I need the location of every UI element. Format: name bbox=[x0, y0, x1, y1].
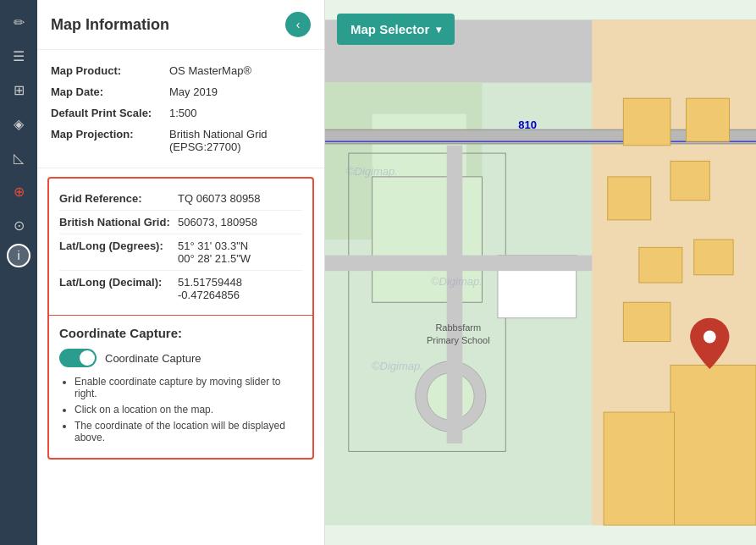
latlong-dec-row: Lat/Long (Decimal): 51.51759448 -0.47264… bbox=[59, 271, 302, 306]
coordinate-capture-toggle[interactable] bbox=[59, 349, 97, 367]
coord-section: Grid Reference: TQ 06073 80958 British N… bbox=[47, 177, 314, 315]
bng-row: British National Grid: 506073, 180958 bbox=[59, 211, 302, 234]
print-scale-value: 1:500 bbox=[169, 107, 311, 119]
map-product-label: Map Product: bbox=[51, 64, 169, 77]
pencil-icon[interactable]: ✏ bbox=[3, 7, 34, 37]
chevron-down-icon: ▾ bbox=[436, 24, 441, 36]
svg-rect-25 bbox=[604, 412, 674, 526]
panel-title: Map Information bbox=[51, 16, 169, 34]
projection-label: Map Projection: bbox=[51, 128, 169, 153]
svg-rect-23 bbox=[325, 256, 592, 272]
instruction-1: Enable coordinate capture by moving slid… bbox=[74, 376, 302, 399]
latlong-dec-label: Lat/Long (Decimal): bbox=[59, 276, 178, 301]
instruction-2: Click on a location on the map. bbox=[74, 404, 302, 416]
school-label: Rabbsfarm Primary School bbox=[427, 322, 490, 348]
layers-icon[interactable]: ⊞ bbox=[3, 74, 34, 105]
svg-rect-15 bbox=[686, 98, 729, 141]
svg-rect-22 bbox=[447, 146, 463, 443]
info-icon[interactable]: i bbox=[7, 244, 30, 267]
map-selector-label: Map Selector bbox=[350, 22, 429, 36]
svg-point-27 bbox=[704, 331, 716, 344]
print-scale-label: Default Print Scale: bbox=[51, 107, 169, 119]
map-date-value: May 2019 bbox=[169, 85, 311, 98]
map-area[interactable]: ©Digimap. ©Digimap. ©Digimap. ©Digimap. … bbox=[325, 0, 756, 545]
stack-icon[interactable]: ◈ bbox=[3, 108, 34, 139]
ruler-icon[interactable]: ◺ bbox=[3, 142, 34, 173]
capture-instructions: Enable coordinate capture by moving slid… bbox=[59, 376, 302, 443]
latlong-deg-label: Lat/Long (Degrees): bbox=[59, 239, 178, 265]
bng-value: 506073, 180958 bbox=[178, 216, 257, 228]
collapse-button[interactable]: ‹ bbox=[285, 12, 311, 37]
latlong-dec-value: 51.51759448 -0.47264856 bbox=[178, 276, 242, 301]
map-info-section: Map Product: OS MasterMap® Map Date: May… bbox=[37, 50, 324, 168]
bng-label: British National Grid: bbox=[59, 216, 178, 228]
panel-header: Map Information ‹ bbox=[37, 0, 324, 50]
svg-rect-20 bbox=[623, 302, 670, 341]
print-scale-row: Default Print Scale: 1:500 bbox=[51, 102, 311, 124]
grid-number: 810 bbox=[518, 118, 537, 131]
latlong-deg-value: 51° 31' 03.3"N 00° 28' 21.5"W bbox=[178, 239, 251, 265]
projection-value: British National Grid (EPSG:27700) bbox=[169, 128, 311, 153]
grid-ref-label: Grid Reference: bbox=[59, 192, 178, 205]
map-date-label: Map Date: bbox=[51, 85, 169, 98]
grid-ref-value: TQ 06073 80958 bbox=[178, 192, 261, 205]
map-product-value: OS MasterMap® bbox=[169, 64, 311, 77]
svg-rect-24 bbox=[670, 365, 756, 525]
pin-icon[interactable]: ⊕ bbox=[3, 176, 34, 206]
toggle-label: Coordinate Capture bbox=[105, 352, 201, 365]
menu-icon[interactable]: ☰ bbox=[3, 41, 34, 71]
map-date-row: Map Date: May 2019 bbox=[51, 81, 311, 102]
svg-rect-11 bbox=[372, 177, 483, 302]
map-svg bbox=[325, 0, 756, 545]
projection-row: Map Projection: British National Grid (E… bbox=[51, 124, 311, 157]
latlong-deg-row: Lat/Long (Degrees): 51° 31' 03.3"N 00° 2… bbox=[59, 234, 302, 271]
svg-rect-19 bbox=[694, 239, 733, 275]
map-selector-button[interactable]: Map Selector ▾ bbox=[337, 14, 455, 45]
camera-icon[interactable]: ⊙ bbox=[3, 210, 34, 240]
instruction-3: The coordinate of the location will be d… bbox=[74, 420, 302, 443]
left-toolbar: ✏ ☰ ⊞ ◈ ◺ ⊕ ⊙ i bbox=[0, 0, 37, 545]
svg-rect-17 bbox=[670, 161, 709, 200]
svg-rect-16 bbox=[608, 177, 651, 220]
toggle-row: Coordinate Capture bbox=[59, 349, 302, 367]
svg-rect-18 bbox=[639, 247, 682, 283]
capture-section: Coordinate Capture: Coordinate Capture E… bbox=[47, 315, 314, 460]
info-panel: Map Information ‹ Map Product: OS Master… bbox=[37, 0, 325, 545]
grid-ref-row: Grid Reference: TQ 06073 80958 bbox=[59, 187, 302, 211]
capture-title: Coordinate Capture: bbox=[59, 326, 302, 340]
svg-rect-14 bbox=[623, 98, 670, 146]
map-product-row: Map Product: OS MasterMap® bbox=[51, 60, 311, 81]
